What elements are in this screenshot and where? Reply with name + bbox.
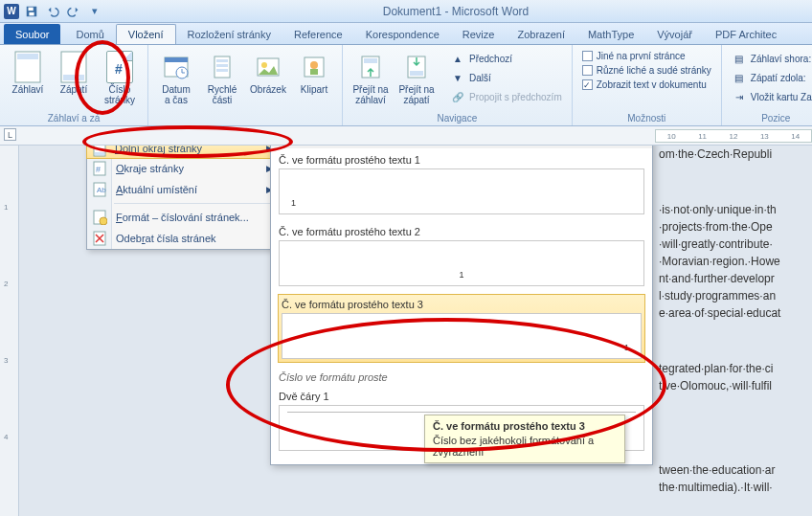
group-insert-label: [156, 112, 334, 124]
ruler-tick: 10: [667, 132, 676, 141]
text-line: nt·and·further·developr: [655, 270, 812, 287]
prev-label: Předchozí: [469, 54, 512, 64]
next-section-button[interactable]: ▼Další: [448, 69, 564, 86]
tab-home[interactable]: Domů: [64, 24, 115, 44]
clipart-button[interactable]: Klipart: [294, 50, 334, 97]
date-time-button[interactable]: Datum a čas: [156, 50, 196, 107]
ruler-tick: 12: [730, 132, 738, 141]
text-line: tive·Olomouc,·will·fulfil: [655, 377, 812, 394]
svg-rect-26: [95, 152, 104, 155]
text-line: om·the·Czech·Republi: [655, 146, 812, 163]
menu-remove-page-numbers[interactable]: Odebrat čísla stránek: [87, 228, 286, 249]
menu-current-position[interactable]: Ab Aktuální umístění ▶: [87, 179, 286, 200]
next-label: Další: [469, 73, 491, 83]
picture-button[interactable]: Obrázek: [248, 50, 288, 97]
svg-rect-22: [410, 71, 423, 76]
header-button[interactable]: Záhlaví: [8, 50, 48, 97]
remove-icon: [92, 231, 107, 246]
footer-bottom-icon: ▤: [732, 70, 747, 85]
header-top-icon: ▤: [732, 51, 747, 66]
tab-selector[interactable]: L: [4, 128, 16, 141]
opt-show-label: Zobrazit text v dokumentu: [597, 79, 707, 90]
gallery-preview: 1: [279, 168, 644, 214]
gallery-item-plain-2[interactable]: Č. ve formátu prostého textu 2 1: [279, 222, 644, 286]
document-canvas[interactable]: om·the·Czech·Republi ·is·not·only·unique…: [19, 146, 812, 516]
page-number-button[interactable]: Číslo stránky: [100, 50, 140, 107]
text-line: ·is·not·only·unique·in·th: [655, 201, 812, 218]
menu-format-page-numbers[interactable]: Formát – číslování stránek...: [87, 207, 286, 228]
group-options: Jiné na první stránce Různé liché a sudé…: [573, 45, 722, 125]
svg-text:Ab: Ab: [97, 186, 106, 194]
undo-icon[interactable]: [44, 3, 61, 20]
different-first-checkbox[interactable]: Jiné na první stránce: [580, 50, 713, 62]
group-header-footer: Záhlaví Zápatí Číslo stránky Záhlaví a z…: [0, 45, 148, 125]
link-icon: 🔗: [450, 89, 465, 104]
link-label: Propojit s předchozím: [469, 92, 562, 102]
redo-icon[interactable]: [65, 3, 82, 20]
tab-layout[interactable]: Rozložení stránky: [176, 24, 282, 44]
insert-alignment-tab[interactable]: ⇥Vložit kartu Zaro: [730, 88, 812, 105]
header-from-top[interactable]: ▤Záhlaví shora:: [730, 50, 812, 67]
prev-section-button[interactable]: ▲Předchozí: [448, 50, 564, 67]
group-position-label: Pozice: [730, 112, 812, 124]
pos-tab-label: Vložit kartu Zaro: [751, 92, 812, 102]
tab-references[interactable]: Reference: [282, 24, 354, 44]
footer-button[interactable]: Zápatí: [54, 50, 94, 97]
opt-odd-label: Různé liché a sudé stránky: [597, 65, 711, 76]
link-previous-button: 🔗Propojit s předchozím: [448, 88, 564, 105]
svg-rect-18: [310, 69, 318, 75]
tooltip-title: Č. ve formátu prostého textu 3: [433, 420, 617, 432]
menu-label: Aktuální umístění: [116, 184, 197, 195]
tab-mathtype[interactable]: MathType: [576, 24, 645, 44]
word-icon: W: [4, 4, 19, 19]
text-line: e·area·of·special·educat: [655, 304, 812, 322]
tab-review[interactable]: Revize: [451, 24, 507, 44]
show-document-checkbox[interactable]: ✓Zobrazit text v dokumentu: [580, 79, 713, 91]
gallery-item-plain-3[interactable]: Č. ve formátu prostého textu 3 1: [278, 294, 645, 363]
ruler-tick: 13: [760, 132, 769, 141]
quick-parts-button[interactable]: Rychlé části: [202, 50, 242, 107]
goto-header-button[interactable]: Přejít na záhlaví: [350, 50, 391, 107]
menu-bottom-of-page[interactable]: Dolní okraj stránky ▶: [86, 146, 287, 159]
svg-rect-2: [29, 11, 34, 15]
pos-top-label: Záhlaví shora:: [751, 54, 811, 64]
quick-parts-label: Rychlé části: [208, 84, 237, 105]
svg-text:#: #: [96, 165, 101, 174]
gallery-item-plain-1[interactable]: Č. ve formátu prostého textu 1 1: [279, 150, 644, 214]
ribbon-tabs: Soubor Domů Vložení Rozložení stránky Re…: [0, 23, 812, 45]
text-line: tween·the·education·ar: [655, 461, 812, 479]
svg-rect-12: [216, 64, 228, 67]
tab-developer[interactable]: Vývojář: [645, 24, 704, 44]
text-line: ·Moravian·region.·Howe: [655, 253, 812, 270]
menu-separator: [114, 203, 284, 204]
group-position: ▤Záhlaví shora: ▤Zápatí zdola: ⇥Vložit k…: [722, 45, 812, 125]
save-icon[interactable]: [23, 3, 40, 20]
page-number-label: Číslo stránky: [104, 84, 135, 105]
tab-pdf[interactable]: PDF Architec: [704, 24, 788, 44]
footer-from-bottom[interactable]: ▤Zápatí zdola:: [730, 69, 812, 86]
odd-even-checkbox[interactable]: Různé liché a sudé stránky: [580, 64, 713, 77]
svg-point-17: [310, 61, 318, 69]
svg-rect-8: [165, 57, 188, 62]
svg-rect-13: [216, 69, 228, 72]
arrow-up-icon: ▲: [450, 51, 465, 66]
svg-rect-4: [17, 54, 38, 59]
tab-insert[interactable]: Vložení: [116, 24, 176, 44]
clipart-label: Klipart: [301, 84, 327, 95]
text-line: the·multimedia).·It·will·: [655, 479, 812, 496]
header-label: Záhlaví: [12, 84, 44, 95]
menu-label: Formát – číslování stránek...: [116, 212, 249, 223]
qat-dropdown-icon[interactable]: ▾: [86, 3, 103, 20]
page-number-menu: Horní okraj stránky ▶ Dolní okraj stránk…: [86, 146, 287, 250]
goto-footer-button[interactable]: Přejít na zápatí: [396, 50, 437, 107]
svg-rect-11: [216, 59, 228, 62]
tab-view[interactable]: Zobrazení: [506, 24, 576, 44]
goto-footer-label: Přejít na zápatí: [398, 84, 434, 105]
page-number-sample: 1: [291, 198, 296, 208]
menu-page-margins[interactable]: # Okraje stránky ▶: [87, 158, 286, 179]
gallery-item-label: Dvě čáry 1: [279, 387, 644, 405]
footer-label: Zápatí: [60, 84, 87, 95]
gallery-item-label: Č. ve formátu prostého textu 3: [282, 298, 642, 313]
tab-mail[interactable]: Korespondence: [354, 24, 451, 44]
tab-file[interactable]: Soubor: [4, 24, 60, 44]
